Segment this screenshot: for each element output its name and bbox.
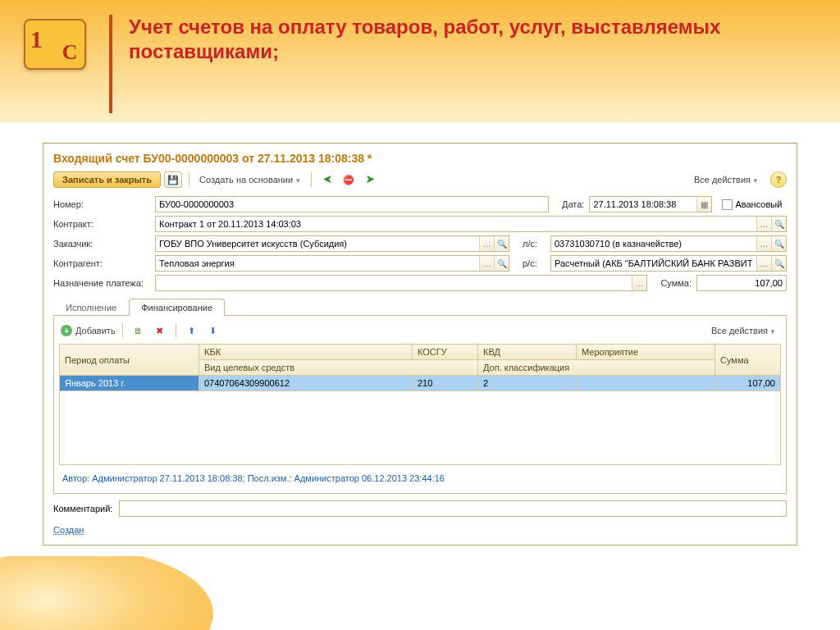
form-window: Входящий счет БУ00-0000000003 от 27.11.2… [43,143,797,546]
nav-prev-icon[interactable]: ⮜ [318,171,336,188]
col-add-class[interactable]: Доп. классификация [478,360,715,376]
open-icon[interactable]: 🔍 [494,256,509,271]
select-icon[interactable]: … [756,236,771,251]
cell-period[interactable]: Январь 2013 г. [60,376,199,391]
created-link[interactable]: Создан [53,525,84,535]
panel-all-actions-dropdown[interactable]: Все действия▼ [708,323,779,338]
financing-grid[interactable]: Период оплаты КБК КОСГУ КВД Мероприятие … [59,344,781,465]
sum-input[interactable] [696,275,787,291]
help-button[interactable]: ? [770,171,787,188]
ls-label: л/с: [523,239,546,249]
col-period[interactable]: Период оплаты [60,345,199,376]
counterparty-input[interactable]: … 🔍 [155,255,509,272]
window-title: Входящий счет БУ00-0000000003 от 27.11.2… [43,144,797,171]
open-icon[interactable]: 🔍 [771,256,786,271]
select-icon[interactable]: … [632,276,646,290]
col-kbk[interactable]: КБК [199,345,413,360]
open-icon[interactable]: 🔍 [494,236,509,251]
move-down-icon[interactable]: ⬇ [204,322,222,339]
col-kosgu[interactable]: КОСГУ [413,345,478,360]
date-input[interactable]: ▦ [589,196,712,212]
grid-empty-area[interactable] [60,391,781,465]
nav-stop-icon[interactable]: ⛔ [340,171,358,188]
advance-label: Авансовый [735,199,782,209]
select-icon[interactable]: … [756,217,771,231]
comment-label: Комментарий: [53,504,112,514]
comment-input[interactable] [119,500,787,517]
col-event[interactable]: Мероприятие [577,345,715,360]
nav-next-icon[interactable]: ⮞ [361,171,379,188]
save-and-close-button[interactable]: Записать и закрыть [53,171,161,188]
slide-banner: 1C Учет счетов на оплату товаров, работ,… [0,0,840,123]
all-actions-dropdown[interactable]: Все действия▼ [691,172,762,187]
cell-kbk[interactable]: 07407064309900612 [199,376,413,391]
cell-kvd[interactable]: 2 [478,376,577,391]
open-icon[interactable]: 🔍 [771,236,786,251]
counterparty-label: Контрагент: [53,258,150,268]
col-kvd[interactable]: КВД [478,345,577,360]
main-toolbar: Записать и закрыть 💾 Создать на основани… [43,171,797,193]
audit-info: Автор: Администратор 27.11.2013 18:08:38… [59,465,781,488]
select-icon[interactable]: … [479,236,494,251]
number-label: Номер: [53,199,150,209]
select-icon[interactable]: … [479,256,494,271]
slide-title: Учет счетов на оплату товаров, работ, ус… [129,15,840,64]
banner-divider [109,15,112,113]
tab-bar: Исполнение Финансирование [53,298,787,316]
add-row-button[interactable]: + Добавить [61,325,116,336]
create-on-basis-dropdown[interactable]: Создать на основании▼ [196,172,304,187]
calendar-icon[interactable]: ▦ [696,197,711,212]
toolbar-separator [311,172,312,187]
copy-row-icon[interactable]: 🗎 [130,322,148,339]
contract-label: Контракт: [53,219,150,229]
purpose-label: Назначение платежа: [53,278,150,288]
rs-label: р/с: [523,258,546,268]
rs-input[interactable]: … 🔍 [550,255,787,272]
logo-1c: 1C [0,15,109,70]
sum-label: Сумма: [660,278,692,288]
tab-execution[interactable]: Исполнение [53,299,129,316]
purpose-input[interactable]: … [155,275,647,291]
move-up-icon[interactable]: ⬆ [183,322,201,339]
col-target-type[interactable]: Вид целевых средств [199,360,478,376]
contract-input[interactable]: … 🔍 [155,216,787,232]
number-input[interactable] [155,196,549,212]
cell-sum[interactable]: 107,00 [715,376,781,391]
customer-label: Заказчик: [53,239,150,249]
select-icon[interactable]: … [756,256,771,271]
customer-input[interactable]: … 🔍 [155,235,509,252]
open-icon[interactable]: 🔍 [771,217,786,231]
cell-event[interactable] [577,376,715,391]
grid-row-selected[interactable]: Январь 2013 г. 07407064309900612 210 2 1… [60,376,781,391]
delete-row-icon[interactable]: ✖ [151,322,169,339]
advance-checkbox[interactable] [722,199,733,210]
toolbar-separator [189,172,189,187]
date-label: Дата: [562,199,584,209]
ls-input[interactable]: … 🔍 [550,235,787,252]
tab-financing[interactable]: Финансирование [129,299,225,316]
tab-panel-financing: + Добавить 🗎 ✖ ⬆ ⬇ Все действия▼ Период … [53,316,787,494]
col-sum[interactable]: Сумма [715,345,781,376]
save-icon-button[interactable]: 💾 [164,171,182,188]
decorative-swoosh [0,556,213,630]
cell-kosgu[interactable]: 210 [413,376,478,391]
plus-icon: + [61,325,72,336]
